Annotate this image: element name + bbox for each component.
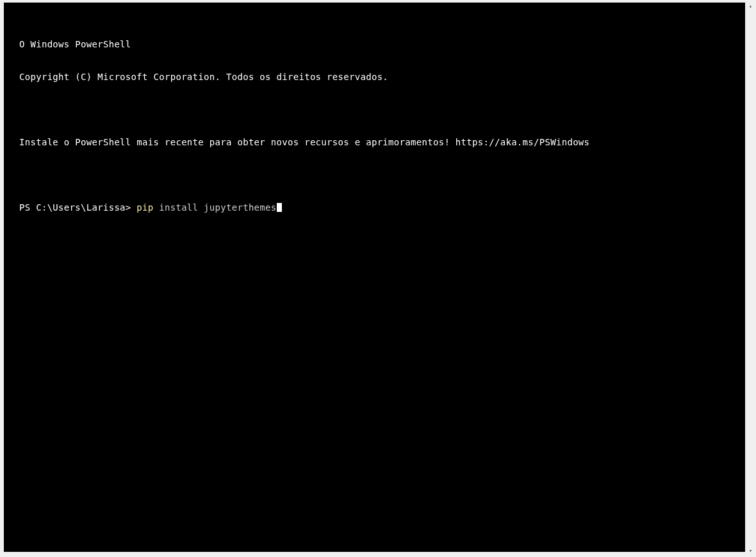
scrollbar[interactable]: ▴ ▾ <box>745 1 756 556</box>
command-args: install jupyterthemes <box>154 202 277 213</box>
blank-line <box>19 170 742 181</box>
chevron-down-icon: ▾ <box>749 547 752 554</box>
prompt-line[interactable]: PS C:\Users\Larissa> pip install jupyter… <box>19 202 742 213</box>
banner-line-2: Copyright (C) Microsoft Corporation. Tod… <box>19 72 742 83</box>
scrollbar-down-button[interactable]: ▾ <box>745 545 756 556</box>
notice-line: Instale o PowerShell mais recente para o… <box>19 137 742 148</box>
window-frame: O Windows PowerShell Copyright (C) Micro… <box>0 0 756 557</box>
prompt-text: PS C:\Users\Larissa> <box>19 202 136 213</box>
blank-line <box>19 104 742 115</box>
scrollbar-up-button[interactable]: ▴ <box>745 1 756 12</box>
cursor-icon <box>277 203 282 212</box>
chevron-up-icon: ▴ <box>749 3 752 10</box>
terminal-output: O Windows PowerShell Copyright (C) Micro… <box>19 17 742 235</box>
banner-line-1: O Windows PowerShell <box>19 39 742 50</box>
command-token: pip <box>136 202 153 213</box>
terminal-area[interactable]: O Windows PowerShell Copyright (C) Micro… <box>4 3 748 552</box>
